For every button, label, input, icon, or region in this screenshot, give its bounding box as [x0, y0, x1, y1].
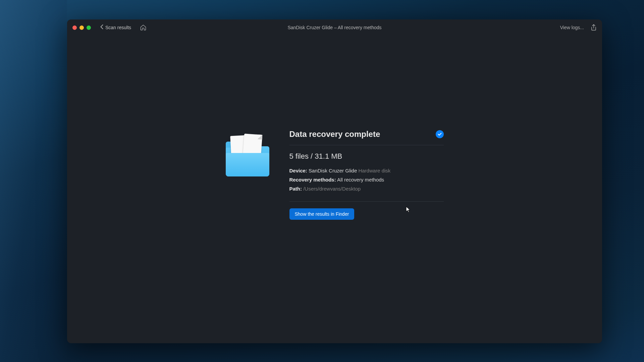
traffic-lights: [72, 25, 91, 30]
checkmark-badge-icon: [436, 130, 444, 138]
methods-row: Recovery methods: All recovery methods: [289, 175, 444, 184]
methods-value: All recovery methods: [337, 177, 384, 183]
window-title: SanDisk Cruzer Glide – All recovery meth…: [287, 25, 381, 30]
recovery-header: Data recovery complete: [289, 130, 444, 145]
maximize-button[interactable]: [87, 25, 91, 30]
device-meta: Hardware disk: [358, 168, 390, 173]
view-logs-button[interactable]: View logs...: [560, 25, 584, 30]
title-bar: Scan results SanDisk Cruzer Glide – All …: [67, 19, 602, 36]
device-row: Device: SanDisk Cruzer Glide Hardware di…: [289, 166, 444, 175]
show-in-finder-button[interactable]: Show the results in Finder: [289, 208, 355, 220]
folder-documents-icon: [226, 133, 269, 176]
methods-label: Recovery methods:: [289, 177, 336, 183]
chevron-left-icon: [100, 24, 103, 31]
title-bar-right: View logs...: [560, 24, 597, 31]
home-button[interactable]: [140, 24, 147, 31]
action-section: Show the results in Finder: [289, 201, 444, 220]
recovery-panel: Data recovery complete 5 files / 31.1 MB…: [226, 130, 444, 220]
path-label: Path:: [289, 186, 302, 192]
path-value: /Users/drewvans/Desktop: [303, 186, 361, 192]
content-area: Data recovery complete 5 files / 31.1 MB…: [67, 36, 602, 343]
path-row: Path: /Users/drewvans/Desktop: [289, 184, 444, 193]
close-button[interactable]: [72, 25, 77, 30]
recovery-title: Data recovery complete: [289, 130, 380, 139]
app-window: Scan results SanDisk Cruzer Glide – All …: [67, 19, 602, 343]
device-label: Device:: [289, 168, 307, 173]
device-value: SanDisk Cruzer Glide: [309, 168, 357, 173]
minimize-button[interactable]: [79, 25, 84, 30]
back-button[interactable]: Scan results: [98, 23, 134, 32]
file-summary: 5 files / 31.1 MB: [289, 152, 444, 161]
back-button-label: Scan results: [105, 25, 131, 30]
recovery-info: Data recovery complete 5 files / 31.1 MB…: [289, 130, 444, 220]
share-button[interactable]: [591, 24, 597, 31]
